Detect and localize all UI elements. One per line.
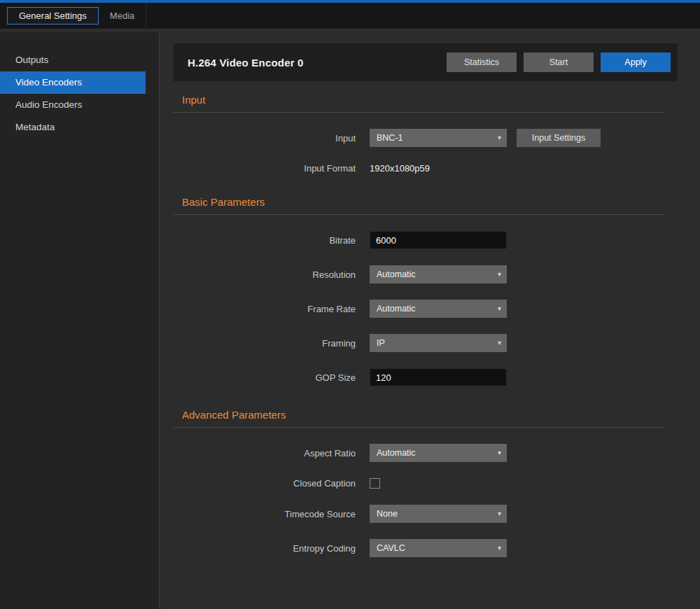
aspect-ratio-label: Aspect Ratio — [174, 448, 370, 458]
timecode-source-select[interactable]: None ▾ — [370, 505, 507, 523]
top-navigation: General Settings Media — [0, 0, 700, 29]
input-select[interactable]: BNC-1 ▾ — [370, 129, 507, 147]
main-content: H.264 Video Encoder 0 Statistics Start A… — [174, 43, 678, 557]
section-input: Input Input BNC-1 ▾ Input Settings Input… — [174, 94, 678, 174]
row-input: Input BNC-1 ▾ Input Settings — [174, 129, 678, 147]
start-button[interactable]: Start — [524, 52, 594, 72]
section-basic-parameters: Basic Parameters Bitrate Resolution Auto… — [174, 196, 678, 386]
chevron-down-icon: ▾ — [498, 449, 501, 456]
chevron-down-icon: ▾ — [498, 134, 501, 141]
gop-size-label: GOP Size — [174, 372, 370, 383]
section-heading-input: Input — [174, 94, 678, 106]
sidebar-item-outputs[interactable]: Outputs — [0, 49, 146, 71]
timecode-source-select-value: None — [377, 509, 398, 519]
bitrate-input[interactable] — [370, 231, 507, 249]
sidebar: Outputs Video Encoders Audio Encoders Me… — [0, 32, 160, 609]
row-frame-rate: Frame Rate Automatic ▾ — [174, 300, 678, 318]
row-timecode-source: Timecode Source None ▾ — [174, 505, 678, 523]
chevron-down-icon: ▾ — [498, 545, 501, 552]
frame-rate-label: Frame Rate — [174, 304, 370, 314]
entropy-coding-label: Entropy Coding — [174, 543, 370, 554]
tab-media[interactable]: Media — [99, 3, 146, 29]
input-label: Input — [174, 133, 370, 144]
row-aspect-ratio: Aspect Ratio Automatic ▾ — [174, 444, 678, 462]
tab-general-settings[interactable]: General Settings — [7, 7, 99, 24]
sidebar-item-video-encoders[interactable]: Video Encoders — [0, 71, 146, 94]
sidebar-item-metadata[interactable]: Metadata — [0, 116, 146, 139]
input-format-value: 1920x1080p59 — [370, 163, 430, 174]
section-advanced-parameters: Advanced Parameters Aspect Ratio Automat… — [174, 409, 678, 557]
statistics-button[interactable]: Statistics — [447, 52, 517, 72]
frame-rate-select-value: Automatic — [377, 304, 416, 314]
panel-buttons: Statistics Start Apply — [440, 52, 671, 72]
row-bitrate: Bitrate — [174, 231, 678, 249]
timecode-source-label: Timecode Source — [174, 509, 370, 519]
resolution-select-value: Automatic — [377, 270, 416, 279]
closed-caption-label: Closed Caption — [174, 478, 370, 489]
section-divider — [174, 427, 664, 428]
entropy-coding-select-value: CAVLC — [377, 543, 405, 553]
apply-button[interactable]: Apply — [601, 52, 671, 72]
row-gop-size: GOP Size — [174, 368, 678, 386]
frame-rate-select[interactable]: Automatic ▾ — [370, 300, 507, 318]
resolution-label: Resolution — [174, 270, 370, 280]
chevron-down-icon: ▾ — [498, 340, 501, 346]
row-closed-caption: Closed Caption — [174, 478, 678, 489]
row-entropy-coding: Entropy Coding CAVLC ▾ — [174, 539, 678, 557]
aspect-ratio-select[interactable]: Automatic ▾ — [370, 444, 507, 462]
framing-select[interactable]: IP ▾ — [370, 334, 507, 352]
panel-header: H.264 Video Encoder 0 Statistics Start A… — [174, 43, 678, 81]
row-input-format: Input Format 1920x1080p59 — [174, 163, 678, 174]
closed-caption-checkbox[interactable] — [370, 478, 380, 489]
section-heading-basic: Basic Parameters — [174, 196, 678, 208]
entropy-coding-select[interactable]: CAVLC ▾ — [370, 539, 507, 557]
page-title: H.264 Video Encoder 0 — [188, 57, 304, 69]
input-select-value: BNC-1 — [377, 133, 403, 143]
chevron-down-icon: ▾ — [498, 305, 501, 312]
row-resolution: Resolution Automatic ▾ — [174, 265, 678, 284]
gop-size-input[interactable] — [370, 368, 507, 386]
aspect-ratio-select-value: Automatic — [377, 448, 416, 458]
framing-select-value: IP — [377, 338, 385, 348]
row-framing: Framing IP ▾ — [174, 334, 678, 352]
chevron-down-icon: ▾ — [498, 510, 501, 517]
chevron-down-icon: ▾ — [498, 271, 501, 278]
framing-label: Framing — [174, 338, 370, 349]
input-format-label: Input Format — [174, 163, 370, 174]
resolution-select[interactable]: Automatic ▾ — [370, 265, 507, 284]
section-divider — [174, 112, 664, 113]
sidebar-item-audio-encoders[interactable]: Audio Encoders — [0, 94, 146, 116]
input-settings-button[interactable]: Input Settings — [517, 129, 601, 147]
section-divider — [174, 214, 664, 215]
bitrate-label: Bitrate — [174, 235, 370, 246]
section-heading-advanced: Advanced Parameters — [174, 409, 678, 421]
